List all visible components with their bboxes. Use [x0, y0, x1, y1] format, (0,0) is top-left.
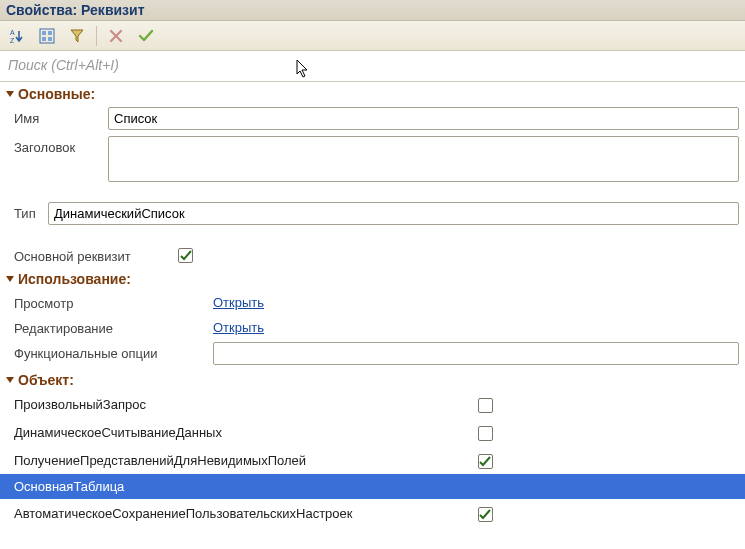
- svg-rect-3: [42, 31, 46, 35]
- close-icon: [109, 29, 123, 43]
- object-row[interactable]: ОсновнаяТаблица: [0, 474, 745, 499]
- chevron-down-icon: [6, 276, 14, 282]
- prop-caption-input[interactable]: [108, 136, 739, 182]
- sort-az-icon: A Z: [9, 28, 25, 44]
- prop-view-row: Просмотр Открыть: [0, 289, 745, 314]
- prop-name-row: Имя: [0, 104, 745, 133]
- check-icon: [138, 28, 154, 44]
- object-row-checkbox[interactable]: [478, 426, 493, 441]
- svg-text:A: A: [10, 29, 15, 36]
- prop-name-label: Имя: [14, 107, 104, 126]
- object-row[interactable]: ПроизвольныйЗапрос: [0, 390, 745, 418]
- chevron-down-icon: [6, 91, 14, 97]
- search-container: [0, 51, 745, 82]
- prop-type-label: Тип: [14, 202, 44, 221]
- checkmark-icon: [479, 456, 491, 468]
- object-row[interactable]: ПолучениеПредставленийДляНевидимыхПолей: [0, 446, 745, 474]
- section-main-header[interactable]: Основные:: [0, 82, 745, 104]
- object-row-label: ПроизвольныйЗапрос: [14, 397, 469, 412]
- object-row[interactable]: АвтоматическоеСохранениеПользовательских…: [0, 499, 745, 527]
- section-main-title: Основные:: [18, 86, 95, 102]
- window-title: Свойства: Реквизит: [0, 0, 745, 21]
- prop-mainattr-label: Основной реквизит: [14, 245, 174, 264]
- prop-caption-label: Заголовок: [14, 136, 104, 155]
- checkmark-icon: [479, 509, 491, 521]
- prop-funcopts-row: Функциональные опции: [0, 339, 745, 368]
- search-input[interactable]: [6, 53, 739, 77]
- prop-edit-link[interactable]: Открыть: [213, 317, 264, 335]
- object-row-checkbox[interactable]: [478, 507, 493, 522]
- sort-button[interactable]: A Z: [4, 24, 30, 48]
- section-object-header[interactable]: Объект:: [0, 368, 745, 390]
- object-row-checkbox-cell: [473, 423, 497, 441]
- prop-funcopts-label: Функциональные опции: [14, 342, 209, 361]
- prop-type-input[interactable]: [48, 202, 739, 225]
- prop-mainattr-row: Основной реквизит: [0, 242, 745, 267]
- svg-rect-5: [42, 37, 46, 41]
- svg-rect-4: [48, 31, 52, 35]
- apply-button[interactable]: [133, 24, 159, 48]
- section-object-title: Объект:: [18, 372, 74, 388]
- clear-button[interactable]: [103, 24, 129, 48]
- object-row-label: ПолучениеПредставленийДляНевидимыхПолей: [14, 453, 469, 468]
- toolbar-separator: [96, 26, 97, 46]
- prop-edit-label: Редактирование: [14, 317, 209, 336]
- prop-funcopts-input[interactable]: [213, 342, 739, 365]
- object-row-label: ОсновнаяТаблица: [14, 479, 469, 494]
- object-row-checkbox-cell: [473, 451, 497, 469]
- categories-button[interactable]: [34, 24, 60, 48]
- object-row[interactable]: ДинамическоеСчитываниеДанных: [0, 418, 745, 446]
- properties-panel: Основные: Имя Заголовок Тип Основной рек…: [0, 82, 745, 533]
- object-row-checkbox-cell: [473, 504, 497, 522]
- prop-name-input[interactable]: [108, 107, 739, 130]
- prop-type-row: Тип: [0, 199, 745, 228]
- checkmark-icon: [180, 250, 192, 262]
- prop-view-link[interactable]: Открыть: [213, 292, 264, 310]
- object-row-label: АвтоматическоеСохранениеПользовательских…: [14, 506, 469, 521]
- prop-edit-row: Редактирование Открыть: [0, 314, 745, 339]
- prop-view-label: Просмотр: [14, 292, 209, 311]
- chevron-down-icon: [6, 377, 14, 383]
- toolbar: A Z: [0, 21, 745, 51]
- object-row-checkbox[interactable]: [478, 454, 493, 469]
- section-usage-header[interactable]: Использование:: [0, 267, 745, 289]
- svg-rect-6: [48, 37, 52, 41]
- object-row-checkbox-cell: [473, 395, 497, 413]
- prop-mainattr-checkbox[interactable]: [178, 248, 193, 263]
- prop-caption-row: Заголовок: [0, 133, 745, 185]
- filter-button[interactable]: [64, 24, 90, 48]
- object-row-label: ДинамическоеСчитываниеДанных: [14, 425, 469, 440]
- object-rows-list: ПроизвольныйЗапросДинамическоеСчитывание…: [0, 390, 745, 527]
- categories-icon: [39, 28, 55, 44]
- object-row-checkbox[interactable]: [478, 398, 493, 413]
- funnel-icon: [69, 28, 85, 44]
- section-usage-title: Использование:: [18, 271, 131, 287]
- svg-text:Z: Z: [10, 37, 15, 44]
